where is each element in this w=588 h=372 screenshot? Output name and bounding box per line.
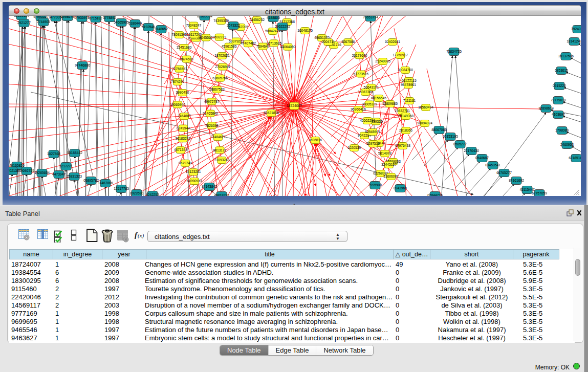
svg-text:1217271: 1217271 xyxy=(59,164,73,168)
svg-text:4471349: 4471349 xyxy=(174,148,187,151)
svg-text:39084700: 39084700 xyxy=(398,68,413,72)
svg-text:66156545: 66156545 xyxy=(371,96,386,100)
svg-text:84143842: 84143842 xyxy=(202,185,217,188)
svg-text:3573322: 3573322 xyxy=(227,24,240,27)
svg-text:84161692: 84161692 xyxy=(509,179,524,182)
svg-text:5297516: 5297516 xyxy=(366,142,380,145)
svg-text:9148652: 9148652 xyxy=(155,27,168,31)
svg-text:2004711: 2004711 xyxy=(322,40,335,43)
svg-text:26179640: 26179640 xyxy=(352,54,367,57)
svg-text:21456232: 21456232 xyxy=(249,18,265,21)
svg-text:32445107: 32445107 xyxy=(381,163,397,166)
svg-text:16048175: 16048175 xyxy=(297,29,313,32)
svg-text:98094024: 98094024 xyxy=(417,121,432,125)
svg-text:9702135: 9702135 xyxy=(9,169,19,172)
svg-text:71093248: 71093248 xyxy=(214,158,230,162)
svg-text:53521818: 53521818 xyxy=(264,111,279,115)
svg-text:5674680: 5674680 xyxy=(180,57,193,61)
svg-text:4473947: 4473947 xyxy=(52,172,66,176)
svg-text:32898614: 32898614 xyxy=(538,106,554,110)
svg-text:2018366: 2018366 xyxy=(399,128,412,132)
svg-text:12517785: 12517785 xyxy=(114,187,129,190)
svg-text:18724007: 18724007 xyxy=(287,104,302,107)
svg-text:27484677: 27484677 xyxy=(210,135,226,139)
svg-text:8267586: 8267586 xyxy=(341,40,355,43)
svg-text:02402681: 02402681 xyxy=(385,40,400,43)
svg-text:2921277: 2921277 xyxy=(17,21,31,25)
svg-text:0515220: 0515220 xyxy=(553,84,566,87)
svg-text:7111161: 7111161 xyxy=(403,99,416,102)
svg-text:3696816: 3696816 xyxy=(309,138,322,142)
svg-text:21249985: 21249985 xyxy=(375,59,390,63)
svg-text:17758917: 17758917 xyxy=(393,53,408,57)
svg-text:58867533: 58867533 xyxy=(209,87,225,91)
svg-text:85149368: 85149368 xyxy=(398,114,413,118)
svg-text:2995900: 2995900 xyxy=(368,183,382,187)
svg-text:62757059: 62757059 xyxy=(532,191,547,195)
svg-text:97746886: 97746886 xyxy=(75,63,90,67)
svg-text:26137506: 26137506 xyxy=(558,54,574,58)
svg-text:16560494: 16560494 xyxy=(418,105,433,109)
svg-text:71756551: 71756551 xyxy=(172,67,187,71)
svg-text:19065940: 19065940 xyxy=(170,103,185,106)
svg-text:7594647: 7594647 xyxy=(256,45,270,48)
svg-text:6853615: 6853615 xyxy=(555,69,568,72)
svg-text:5614978: 5614978 xyxy=(378,151,391,155)
svg-text:22170430: 22170430 xyxy=(464,149,479,152)
svg-text:45961586: 45961586 xyxy=(222,45,237,48)
svg-text:34123281: 34123281 xyxy=(186,170,201,173)
svg-text:8242253: 8242253 xyxy=(146,193,159,196)
svg-text:8613171: 8613171 xyxy=(213,148,226,152)
svg-text:0249947: 0249947 xyxy=(177,126,190,130)
svg-text:67976438: 67976438 xyxy=(395,144,410,147)
svg-text:1798089: 1798089 xyxy=(555,128,569,132)
svg-text:36713695: 36713695 xyxy=(266,41,281,45)
svg-text:0548687: 0548687 xyxy=(475,156,489,160)
svg-text:45502296: 45502296 xyxy=(360,119,375,122)
svg-text:4103697: 4103697 xyxy=(552,113,565,116)
svg-text:03450541: 03450541 xyxy=(485,163,500,167)
svg-text:15451680: 15451680 xyxy=(177,46,192,49)
svg-text:49818299: 49818299 xyxy=(214,193,229,196)
svg-text:88067065: 88067065 xyxy=(431,128,447,132)
svg-text:35523124: 35523124 xyxy=(14,16,29,17)
svg-text:25831323: 25831323 xyxy=(67,174,82,178)
svg-text:66765277: 66765277 xyxy=(496,171,512,174)
svg-text:64990913: 64990913 xyxy=(187,179,202,183)
svg-text:49972787: 49972787 xyxy=(204,100,220,103)
svg-text:7826398: 7826398 xyxy=(205,124,219,127)
svg-text:62185188: 62185188 xyxy=(569,156,581,160)
svg-text:07844736: 07844736 xyxy=(427,193,443,196)
svg-text:21465840: 21465840 xyxy=(203,112,218,115)
svg-text:72779010: 72779010 xyxy=(551,98,566,102)
svg-text:51606071: 51606071 xyxy=(383,174,399,178)
svg-text:4188805: 4188805 xyxy=(267,16,280,19)
svg-text:0943969: 0943969 xyxy=(394,186,407,190)
svg-text:18367365: 18367365 xyxy=(358,90,373,94)
svg-text:5192546: 5192546 xyxy=(142,25,155,29)
svg-text:52545991: 52545991 xyxy=(365,130,380,134)
svg-text:11467866: 11467866 xyxy=(98,181,113,185)
svg-text:8922680: 8922680 xyxy=(130,191,143,195)
svg-text:07935978: 07935978 xyxy=(74,16,90,19)
svg-text:0679740: 0679740 xyxy=(179,161,192,165)
svg-text:54665905: 54665905 xyxy=(114,20,129,24)
svg-text:45115447: 45115447 xyxy=(519,188,535,191)
svg-text:39005329: 39005329 xyxy=(362,102,377,106)
svg-text:29622292: 29622292 xyxy=(275,25,290,28)
svg-text:7464887: 7464887 xyxy=(178,114,191,118)
svg-text:74395339: 74395339 xyxy=(213,19,229,23)
svg-text:8692221: 8692221 xyxy=(213,35,226,39)
svg-text:7874296: 7874296 xyxy=(171,80,184,83)
svg-text:63605766: 63605766 xyxy=(212,76,228,80)
svg-text:0585277: 0585277 xyxy=(453,142,467,146)
svg-text:(x): (x) xyxy=(138,232,144,239)
svg-text:1027868: 1027868 xyxy=(47,152,60,156)
svg-text:55188442: 55188442 xyxy=(67,151,82,155)
svg-text:3924075: 3924075 xyxy=(571,27,581,31)
svg-text:73834735: 73834735 xyxy=(446,50,462,53)
svg-text:0715182: 0715182 xyxy=(89,16,102,20)
svg-text:3778892: 3778892 xyxy=(103,16,116,19)
svg-text:5186449: 5186449 xyxy=(128,21,142,25)
svg-text:27028951: 27028951 xyxy=(215,65,230,69)
